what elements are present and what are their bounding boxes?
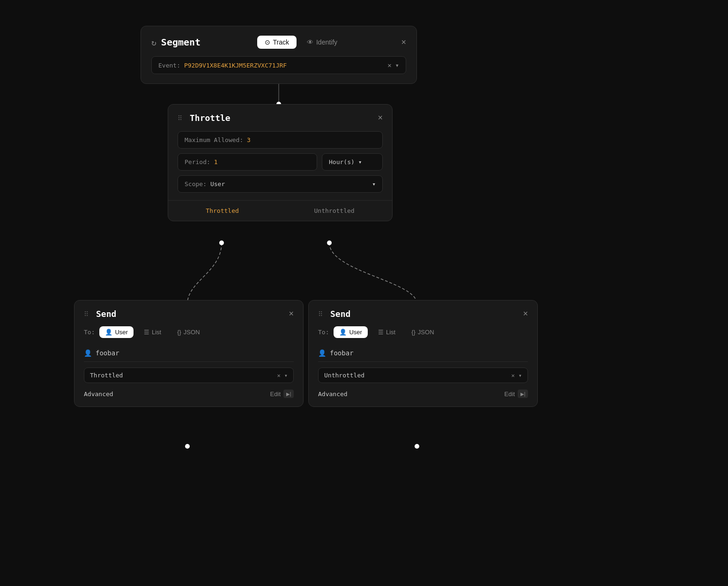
to-tab-list-right[interactable]: ☰ List [372,326,401,338]
max-allowed-value: 3 [247,136,251,143]
svg-point-8 [415,444,419,449]
period-value: 1 [214,158,218,165]
scope-chevron: ▾ [372,180,376,188]
advanced-right: Advanced [318,391,348,398]
to-label-left: To: [84,329,95,336]
advanced-left: Advanced [84,391,113,398]
edit-label-left: Edit [270,391,281,398]
user-row-left: 👤 foobar [84,345,294,362]
json-icon-right: {} [411,329,416,336]
user-icon-tab-left: 👤 [105,329,112,336]
send-title-right: Send [330,309,350,319]
to-group-right: To: 👤 User ☰ List {} JSON [318,326,528,338]
edit-button-right[interactable]: Edit ▶| [505,390,528,398]
unthrottled-label: Unthrottled [314,207,355,214]
identify-icon: 👁 [307,38,313,46]
user-icon-tab-right: 👤 [339,329,347,336]
tag-expand-left[interactable]: ▾ [284,372,288,379]
send-title-left: Send [96,309,116,319]
drag-handle-icon[interactable]: ⠿ [178,114,182,122]
throttled-label: Throttled [206,207,238,214]
track-icon: ⊙ [265,38,270,46]
send-card-right: ⠿ Send × To: 👤 User ☰ List {} JSON 👤 foo… [308,300,538,407]
period-unit-chevron: ▾ [358,158,362,165]
event-actions: ✕ ▾ [387,61,399,69]
segment-header: ↻ Segment ⊙ Track 👁 Identify × [151,36,406,49]
tab-identify-label: Identify [316,38,337,46]
tab-track[interactable]: ⊙ Track [257,36,297,49]
segment-title-group: ↻ Segment [151,37,201,48]
send-header-right: ⠿ Send × [318,309,528,319]
send-header-left: ⠿ Send × [84,309,294,319]
send-left-close-button[interactable]: × [289,309,294,319]
edit-button-left[interactable]: Edit ▶| [270,390,294,398]
user-tab-label-right: User [349,329,362,336]
drag-handle-right-icon[interactable]: ⠿ [318,310,323,318]
send-footer-right: Advanced Edit ▶| [318,390,528,398]
tag-clear-left[interactable]: ✕ [277,372,281,379]
tag-field-right[interactable]: Unthrottled ✕ ▾ [318,368,528,383]
max-allowed-field[interactable]: Maximum Allowed: 3 [178,131,383,149]
period-row: Period: 1 Hour(s) ▾ [178,153,383,171]
segment-close-button[interactable]: × [401,38,406,47]
tab-group: ⊙ Track 👁 Identify [257,36,345,49]
throttle-card: ⠿ Throttle × Maximum Allowed: 3 Period: … [168,104,393,221]
edit-icon-left: ▶| [283,390,294,398]
to-label-right: To: [318,329,329,336]
max-allowed-label: Maximum Allowed: [185,136,243,143]
segment-icon: ↻ [151,38,156,47]
send-card-left: ⠿ Send × To: 👤 User ☰ List {} JSON 👤 foo… [74,300,304,407]
list-icon-left: ☰ [144,329,149,336]
to-tab-user-left[interactable]: 👤 User [99,326,133,338]
tab-track-label: Track [273,38,289,46]
tag-field-left[interactable]: Throttled ✕ ▾ [84,368,294,383]
svg-point-5 [327,240,332,245]
user-tab-label-left: User [115,329,127,336]
event-value: P92D9V1X8E4K1KJM5ERZVXC71JRF [184,62,384,69]
edit-label-right: Edit [505,391,515,398]
svg-point-3 [219,240,224,245]
period-field[interactable]: Period: 1 [178,153,317,171]
user-name-left: foobar [96,349,119,357]
user-name-right: foobar [330,349,354,357]
list-tab-label-left: List [152,329,161,336]
to-tab-user-right[interactable]: 👤 User [334,326,367,338]
to-tab-json-left[interactable]: {} JSON [171,326,205,338]
event-expand-icon[interactable]: ▾ [395,61,399,69]
scope-value: User [210,180,225,188]
event-field[interactable]: Event: P92D9V1X8E4K1KJM5ERZVXC71JRF ✕ ▾ [151,56,406,74]
throttle-header: ⠿ Throttle × [178,113,383,123]
throttle-title: Throttle [190,113,230,123]
send-right-close-button[interactable]: × [523,309,528,319]
period-unit-label: Hour(s) [329,158,355,165]
tab-identify[interactable]: 👁 Identify [299,36,345,49]
segment-title: Segment [161,37,201,48]
scope-field[interactable]: Scope: User ▾ [178,175,383,193]
user-avatar-left: 👤 [84,349,92,357]
scope-label: Scope: [185,180,207,188]
event-label: Event: [158,62,180,69]
throttle-close-button[interactable]: × [378,113,383,123]
user-row-right: 👤 foobar [318,345,528,362]
tag-expand-right[interactable]: ▾ [519,372,522,379]
tag-clear-right[interactable]: ✕ [512,372,515,379]
list-tab-label-right: List [386,329,395,336]
drag-handle-left-icon[interactable]: ⠿ [84,310,89,318]
period-label: Period: [185,158,210,165]
user-avatar-right: 👤 [318,349,326,357]
list-icon-right: ☰ [378,329,384,336]
json-tab-label-left: JSON [184,329,200,336]
to-group-left: To: 👤 User ☰ List {} JSON [84,326,294,338]
edit-icon-right: ▶| [518,390,528,398]
throttle-footer: Throttled Unthrottled [168,200,392,221]
tag-label-right: Unthrottled [324,372,512,379]
svg-point-7 [185,444,190,449]
period-unit-select[interactable]: Hour(s) ▾ [322,153,383,171]
json-icon-left: {} [177,329,181,336]
event-clear-icon[interactable]: ✕ [387,61,391,69]
segment-card: ↻ Segment ⊙ Track 👁 Identify × Event: P9… [141,26,417,84]
json-tab-label-right: JSON [418,329,434,336]
to-tab-json-right[interactable]: {} JSON [406,326,439,338]
tag-label-left: Throttled [90,372,277,379]
to-tab-list-left[interactable]: ☰ List [138,326,167,338]
